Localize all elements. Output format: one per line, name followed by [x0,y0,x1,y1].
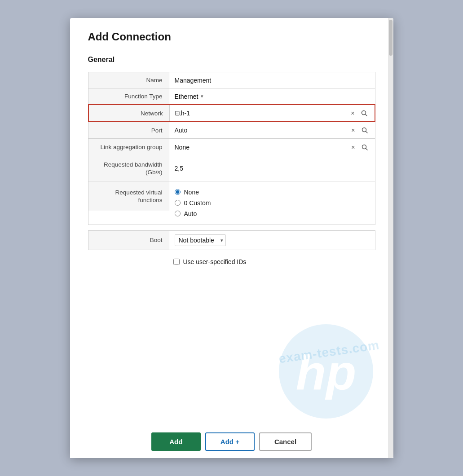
radio-none-label: None [184,189,199,196]
port-search-button[interactable] [360,126,370,134]
boot-value: Not bootable Primary Secondary [169,231,375,250]
radio-none-item[interactable]: None [175,189,211,196]
add-button[interactable]: Add [151,432,201,451]
bandwidth-row: Requested bandwidth (Gb/s) 2,5 [88,156,375,181]
network-field-wrap: Eth-1 × [175,109,369,118]
function-type-select-wrap: Ethernet ▾ [175,93,204,100]
section-title: General [88,56,375,64]
name-label: Name [88,72,169,88]
boot-label: Boot [88,231,169,250]
virtual-functions-value: None 0 Custom Auto [169,181,375,225]
link-agg-label: Link aggregation group [88,139,169,156]
radio-auto-item[interactable]: Auto [175,210,211,217]
add-connection-dialog: Add Connection General Name Function Typ… [70,18,393,458]
network-label: Network [89,105,170,121]
port-field-wrap: Auto × [175,126,370,135]
name-value [169,72,375,88]
name-row: Name [88,72,375,88]
link-agg-row: Link aggregation group None × [88,138,375,156]
svg-line-3 [366,132,367,133]
function-type-value: Ethernet ▾ [169,88,375,104]
virtual-functions-label: Requested virtual functions [88,181,169,211]
radio-custom-label: 0 Custom [184,199,211,207]
dialog-footer: Add Add + Cancel [70,425,393,458]
boot-select[interactable]: Not bootable Primary Secondary [175,234,226,246]
name-input[interactable] [175,77,370,84]
network-field-text: Eth-1 [175,110,347,117]
boot-select-wrap: Not bootable Primary Secondary [175,234,226,246]
radio-none-input[interactable] [175,189,181,195]
link-agg-search-button[interactable] [360,143,370,151]
user-specified-ids-row: Use user-specified IDs [88,250,375,270]
function-type-row: Function Type Ethernet ▾ [88,88,375,104]
search-icon [361,110,367,116]
port-label: Port [88,122,169,138]
dialog-body: Add Connection General Name Function Typ… [70,18,393,425]
port-clear-button[interactable]: × [349,126,357,135]
radio-custom-input[interactable] [175,200,181,206]
port-field-text: Auto [175,127,347,134]
function-type-chevron-icon: ▾ [201,93,203,99]
scrollbar-thumb [389,20,392,56]
user-specified-ids-label: Use user-specified IDs [183,258,247,265]
link-agg-field-text: None [175,144,347,151]
svg-line-1 [365,115,367,116]
add-plus-button[interactable]: Add + [205,432,255,451]
scrollbar[interactable] [388,18,393,458]
radio-custom-item[interactable]: 0 Custom [175,199,211,207]
dialog-title: Add Connection [88,31,375,43]
boot-row: Boot Not bootable Primary Secondary [88,230,375,250]
network-row: Network Eth-1 × [88,104,375,122]
bandwidth-label: Requested bandwidth (Gb/s) [88,156,169,181]
network-value: Eth-1 × [170,105,375,121]
port-value: Auto × [169,122,375,138]
radio-group-virtual-functions: None 0 Custom Auto [175,184,211,222]
link-agg-field-wrap: None × [175,143,370,152]
bandwidth-field-text: 2,5 [175,165,183,172]
virtual-functions-row: Requested virtual functions None 0 Custo… [88,181,375,225]
cancel-button[interactable]: Cancel [259,432,312,451]
link-agg-value: None × [169,139,375,156]
link-agg-clear-button[interactable]: × [349,143,357,152]
function-type-text: Ethernet [175,93,198,100]
bandwidth-value: 2,5 [169,156,375,181]
svg-line-5 [366,148,367,150]
user-specified-ids-checkbox[interactable] [173,259,180,265]
radio-auto-label: Auto [184,210,197,217]
port-row: Port Auto × [88,122,375,138]
radio-auto-input[interactable] [175,211,181,216]
search-icon [362,144,368,150]
function-type-label: Function Type [88,88,169,104]
search-icon [362,127,368,133]
network-search-button[interactable] [359,109,369,117]
network-clear-button[interactable]: × [349,109,356,118]
